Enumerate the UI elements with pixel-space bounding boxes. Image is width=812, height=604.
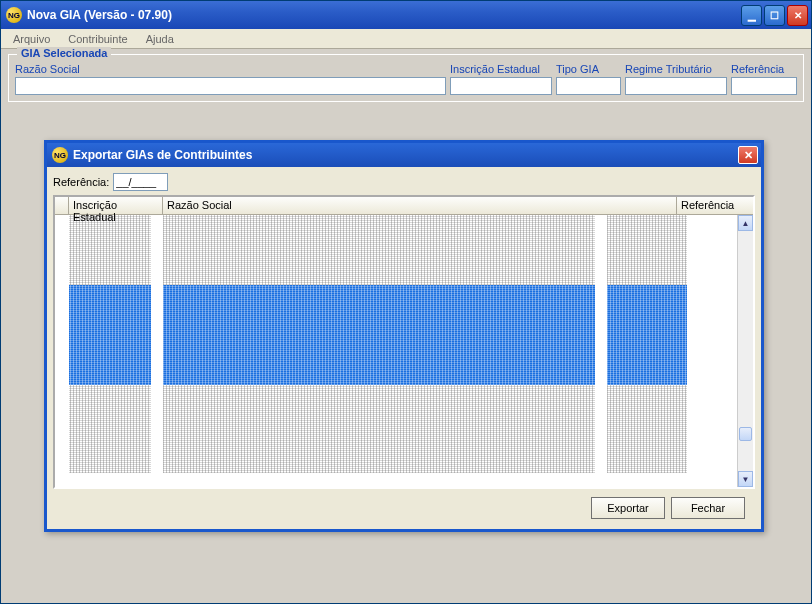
grid-header-referencia[interactable]: Referência — [677, 197, 753, 214]
grid-body[interactable]: ▲ ▼ — [55, 215, 753, 487]
fechar-button[interactable]: Fechar — [671, 497, 745, 519]
grid-header: Inscrição Estadual Razão Social Referênc… — [55, 197, 753, 215]
label-regime-tributario: Regime Tributário — [625, 63, 727, 75]
menu-arquivo[interactable]: Arquivo — [5, 31, 58, 47]
gia-selecionada-legend: GIA Selecionada — [17, 47, 111, 59]
dialog-app-icon: NG — [52, 147, 68, 163]
value-razao-social — [15, 77, 446, 95]
dialog-body: Referência: Inscrição Estadual Razão Soc… — [47, 167, 761, 529]
scroll-thumb[interactable] — [739, 427, 752, 441]
maximize-button[interactable]: ☐ — [764, 5, 785, 26]
scroll-down-button[interactable]: ▼ — [738, 471, 753, 487]
menu-contribuinte[interactable]: Contribuinte — [60, 31, 135, 47]
grid-header-selector[interactable] — [55, 197, 69, 214]
dialog-titlebar: NG Exportar GIAs de Contribuintes ✕ — [47, 143, 761, 167]
value-regime-tributario — [625, 77, 727, 95]
dialog-close-button[interactable]: ✕ — [738, 146, 758, 164]
label-tipo-gia: Tipo GIA — [556, 63, 621, 75]
label-inscricao-estadual: Inscrição Estadual — [450, 63, 552, 75]
label-razao-social: Razão Social — [15, 63, 446, 75]
value-inscricao-estadual — [450, 77, 552, 95]
exportar-gias-dialog: NG Exportar GIAs de Contribuintes ✕ Refe… — [44, 140, 764, 532]
gia-selecionada-group: GIA Selecionada Razão Social Inscrição E… — [8, 54, 804, 102]
grid-header-razao-social[interactable]: Razão Social — [163, 197, 677, 214]
close-button[interactable]: ✕ — [787, 5, 808, 26]
grid-scrollbar[interactable]: ▲ ▼ — [737, 215, 753, 487]
scroll-up-button[interactable]: ▲ — [738, 215, 753, 231]
main-window-title: Nova GIA (Versão - 07.90) — [27, 8, 741, 22]
menu-ajuda[interactable]: Ajuda — [138, 31, 182, 47]
exportar-button[interactable]: Exportar — [591, 497, 665, 519]
grid-header-inscricao-estadual[interactable]: Inscrição Estadual — [69, 197, 163, 214]
dialog-title: Exportar GIAs de Contribuintes — [73, 148, 738, 162]
value-tipo-gia — [556, 77, 621, 95]
app-icon: NG — [6, 7, 22, 23]
menubar: Arquivo Contribuinte Ajuda — [1, 29, 811, 49]
minimize-button[interactable]: ▁ — [741, 5, 762, 26]
label-referencia: Referência — [731, 63, 797, 75]
scroll-track[interactable] — [738, 231, 753, 471]
dialog-referencia-label: Referência: — [53, 176, 109, 188]
grid-rows[interactable] — [55, 215, 737, 487]
grid: Inscrição Estadual Razão Social Referênc… — [53, 195, 755, 489]
dialog-referencia-input[interactable] — [113, 173, 168, 191]
main-titlebar: NG Nova GIA (Versão - 07.90) ▁ ☐ ✕ — [1, 1, 811, 29]
value-referencia — [731, 77, 797, 95]
window-controls: ▁ ☐ ✕ — [741, 5, 808, 26]
